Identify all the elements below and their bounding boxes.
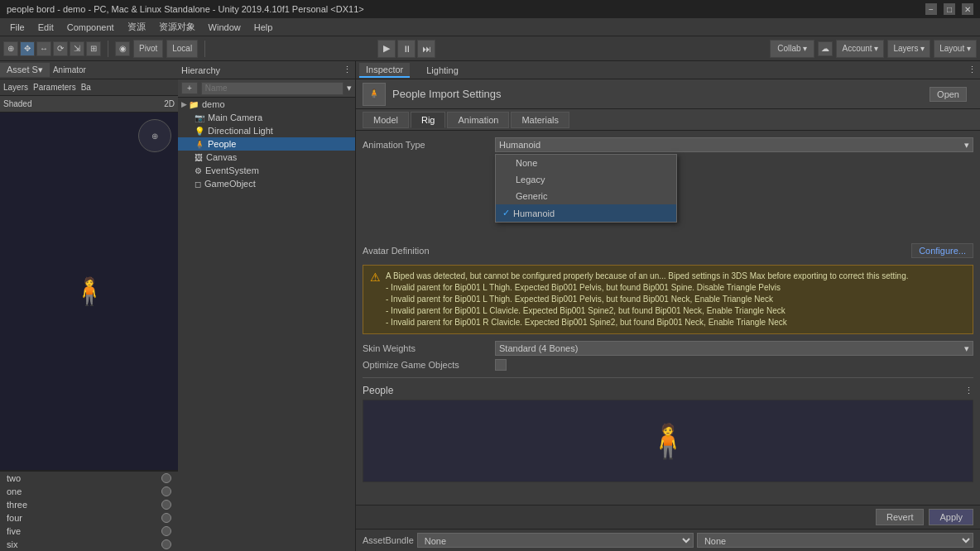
hierarchy-item-main-camera[interactable]: 📷 Main Camera <box>178 111 355 124</box>
dropdown-item-humanoid[interactable]: ✓ Humanoid <box>496 204 676 222</box>
scene-item-one[interactable]: one <box>0 485 178 498</box>
menu-resources2[interactable]: 资源对象 <box>152 19 202 35</box>
pivot-center-toggle[interactable]: ◉ <box>115 41 130 56</box>
animator-tab[interactable]: Animator <box>53 65 86 74</box>
avatar-definition-row: Avatar Definition Configure... <box>363 243 973 258</box>
hierarchy-menu-icon[interactable]: ⋮ <box>343 65 352 75</box>
scene-item-three[interactable]: three <box>0 498 178 511</box>
window-title: people bord - demo - PC, Mac & Linux Sta… <box>7 4 364 14</box>
hierarchy-item-directional-light[interactable]: 💡 Directional Light <box>178 124 355 137</box>
pause-button[interactable]: ⏸ <box>397 40 416 58</box>
revert-button[interactable]: Revert <box>876 509 924 525</box>
scene-item-five[interactable]: five <box>0 525 178 538</box>
left-panel: Asset S▾ Animator Layers Parameters Ba S… <box>0 61 178 551</box>
inspector-menu-icon[interactable]: ⋮ <box>968 65 977 75</box>
scene-item-two[interactable]: two <box>0 472 178 485</box>
optimize-checkbox[interactable] <box>495 359 507 371</box>
hand-tool[interactable]: ⊕ <box>3 41 18 56</box>
menu-window[interactable]: Window <box>202 21 247 34</box>
maximize-button[interactable]: □ <box>944 3 955 15</box>
visibility-toggle-two[interactable] <box>161 473 171 483</box>
parameters-subtab[interactable]: Parameters <box>33 83 76 92</box>
visibility-toggle-one[interactable] <box>161 486 171 496</box>
move-tool[interactable]: ✥ <box>20 41 35 56</box>
dropdown-item-legacy[interactable]: Legacy <box>496 171 676 188</box>
visibility-toggle-three[interactable] <box>161 500 171 510</box>
tab-animation[interactable]: Animation <box>447 112 509 128</box>
scene-view: 🧍 ⊕ <box>0 113 178 471</box>
close-button[interactable]: ✕ <box>962 3 973 15</box>
hierarchy-item-label: Directional Light <box>208 126 273 136</box>
assetbundle-label: AssetBundle <box>363 535 414 545</box>
minimize-button[interactable]: − <box>925 3 937 15</box>
menu-component[interactable]: Component <box>60 21 121 34</box>
layers-subtab[interactable]: Layers <box>3 83 28 92</box>
scene-item-four[interactable]: four <box>0 511 178 525</box>
local-button[interactable]: Local <box>166 40 198 58</box>
visibility-toggle-four[interactable] <box>161 513 171 523</box>
skin-weights-control: Standard (4 Bones) ▾ <box>495 341 973 356</box>
scene-items-list: two one three four five six <box>0 471 178 551</box>
cloud-button[interactable]: ☁ <box>818 41 833 56</box>
asset-tab[interactable]: Asset S▾ <box>0 63 50 77</box>
scale-tool[interactable]: ⟳ <box>53 41 68 56</box>
hierarchy-filter-icon[interactable]: ▾ <box>347 83 352 93</box>
layout-button[interactable]: Layout ▾ <box>934 40 977 58</box>
scene-2d-icon[interactable]: 2D <box>164 99 175 108</box>
rect-tool[interactable]: ⇲ <box>70 41 84 56</box>
dropdown-item-none[interactable]: None <box>496 155 676 171</box>
hierarchy-item-canvas[interactable]: 🖼 Canvas <box>178 151 355 164</box>
skin-weights-label: Skin Weights <box>363 343 495 353</box>
animation-type-control: Humanoid ▾ None Legacy Generic ✓ Humanoi… <box>495 137 973 152</box>
collab-button[interactable]: Collab ▾ <box>770 40 814 58</box>
people-import-icon: 🧍 <box>363 83 386 106</box>
layers-button[interactable]: Layers ▾ <box>887 40 930 58</box>
step-button[interactable]: ⏭ <box>417 40 435 58</box>
skin-weights-dropdown[interactable]: Standard (4 Bones) ▾ <box>495 341 973 356</box>
tab-inspector[interactable]: Inspector <box>359 63 410 78</box>
open-button[interactable]: Open <box>930 87 967 102</box>
visibility-toggle-six[interactable] <box>161 539 171 549</box>
visibility-toggle-five[interactable] <box>161 526 171 536</box>
assetbundle-dropdown[interactable]: None <box>417 533 694 548</box>
ba-subtab[interactable]: Ba <box>81 83 91 92</box>
assetbundle-variant-dropdown[interactable]: None <box>697 533 973 548</box>
sep1 <box>108 41 108 57</box>
menu-edit[interactable]: Edit <box>31 21 60 34</box>
model-3d-icon: 🧍 <box>647 422 689 461</box>
play-button[interactable]: ▶ <box>377 40 396 58</box>
menu-resources[interactable]: 资源 <box>121 19 152 35</box>
transform-tool[interactable]: ⊞ <box>86 41 101 56</box>
hierarchy-search-input[interactable] <box>201 82 343 95</box>
toolbar-right: Collab ▾ ☁ Account ▾ Layers ▾ Layout ▾ <box>770 40 977 58</box>
account-button[interactable]: Account ▾ <box>836 40 884 58</box>
hierarchy-item-eventsystem[interactable]: ⚙ EventSystem <box>178 164 355 177</box>
hierarchy-header: Hierarchy ⋮ <box>178 61 355 79</box>
light-icon: 💡 <box>195 127 204 136</box>
dropdown-arrow-icon: ▾ <box>964 140 969 151</box>
dropdown-item-generic[interactable]: Generic <box>496 188 676 204</box>
hierarchy-item-demo[interactable]: ▶ 📁 demo <box>178 98 355 111</box>
people-section-menu[interactable]: ⋮ <box>964 386 973 396</box>
tab-materials[interactable]: Materials <box>511 112 569 128</box>
scene-item-six[interactable]: six <box>0 538 178 551</box>
scene-header: Shaded 2D <box>0 96 178 113</box>
hierarchy-add-button[interactable]: + <box>181 82 198 94</box>
people-import-header: 🧍 People Import Settings Open <box>356 79 980 109</box>
menu-help[interactable]: Help <box>247 21 280 34</box>
skin-weights-value: Standard (4 Bones) <box>499 343 578 353</box>
menu-file[interactable]: File <box>3 21 31 34</box>
rotate-tool[interactable]: ↔ <box>36 41 51 56</box>
apply-button[interactable]: Apply <box>929 509 973 525</box>
hierarchy-item-gameobject[interactable]: ◻ GameObject <box>178 177 355 190</box>
animation-type-dropdown-menu: None Legacy Generic ✓ Humanoid <box>495 154 677 223</box>
animation-type-dropdown[interactable]: Humanoid ▾ <box>495 137 973 152</box>
tab-model[interactable]: Model <box>363 112 409 128</box>
configure-button[interactable]: Configure... <box>911 243 973 258</box>
tab-lighting[interactable]: Lighting <box>420 64 465 77</box>
avatar-definition-control: Configure... <box>495 243 973 258</box>
tab-rig[interactable]: Rig <box>411 112 446 128</box>
pivot-button[interactable]: Pivot <box>133 40 163 58</box>
inspector-tabs: Inspector Lighting ⋮ <box>356 61 980 79</box>
hierarchy-item-people[interactable]: 🧍 People <box>178 137 355 151</box>
